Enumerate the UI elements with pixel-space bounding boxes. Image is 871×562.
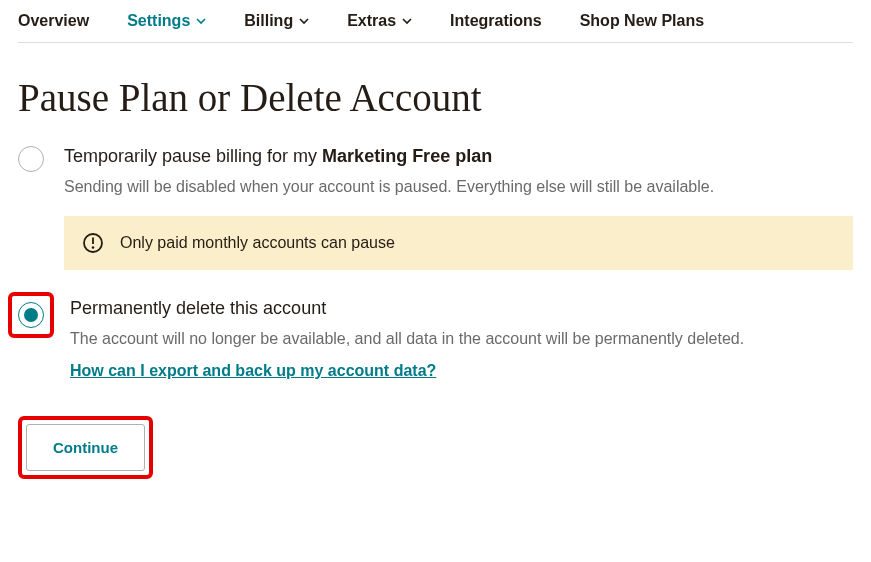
tab-extras-label: Extras bbox=[347, 12, 396, 30]
chevron-down-icon bbox=[196, 16, 206, 26]
highlight-continue: Continue bbox=[18, 416, 153, 479]
page-title: Pause Plan or Delete Account bbox=[18, 75, 853, 120]
tab-extras[interactable]: Extras bbox=[347, 12, 412, 30]
tab-overview[interactable]: Overview bbox=[18, 12, 89, 30]
tab-shop-new-plans[interactable]: Shop New Plans bbox=[580, 12, 704, 30]
tab-billing[interactable]: Billing bbox=[244, 12, 309, 30]
export-data-link[interactable]: How can I export and back up my account … bbox=[70, 362, 436, 380]
actions: Continue bbox=[18, 416, 853, 479]
plan-name: Marketing Free plan bbox=[322, 146, 492, 166]
radio-pause[interactable] bbox=[18, 146, 44, 172]
option-pause-title-prefix: Temporarily pause billing for my bbox=[64, 146, 322, 166]
alert-icon bbox=[82, 232, 104, 254]
pause-warning-text: Only paid monthly accounts can pause bbox=[120, 234, 395, 252]
option-pause: Temporarily pause billing for my Marketi… bbox=[18, 146, 853, 270]
tab-settings[interactable]: Settings bbox=[127, 12, 206, 30]
tab-billing-label: Billing bbox=[244, 12, 293, 30]
chevron-down-icon bbox=[299, 16, 309, 26]
option-delete-title: Permanently delete this account bbox=[70, 298, 853, 319]
chevron-down-icon bbox=[402, 16, 412, 26]
option-delete-desc: The account will no longer be available,… bbox=[70, 327, 853, 350]
pause-warning: Only paid monthly accounts can pause bbox=[64, 216, 853, 270]
option-delete: Permanently delete this account The acco… bbox=[18, 298, 853, 380]
option-pause-desc: Sending will be disabled when your accou… bbox=[64, 175, 853, 198]
option-pause-title: Temporarily pause billing for my Marketi… bbox=[64, 146, 853, 167]
top-tabs: Overview Settings Billing Extras Integra… bbox=[18, 8, 853, 43]
continue-button[interactable]: Continue bbox=[26, 424, 145, 471]
highlight-radio-delete bbox=[8, 292, 54, 338]
svg-point-2 bbox=[92, 246, 95, 249]
tab-integrations[interactable]: Integrations bbox=[450, 12, 542, 30]
radio-delete[interactable] bbox=[18, 302, 44, 328]
tab-settings-label: Settings bbox=[127, 12, 190, 30]
